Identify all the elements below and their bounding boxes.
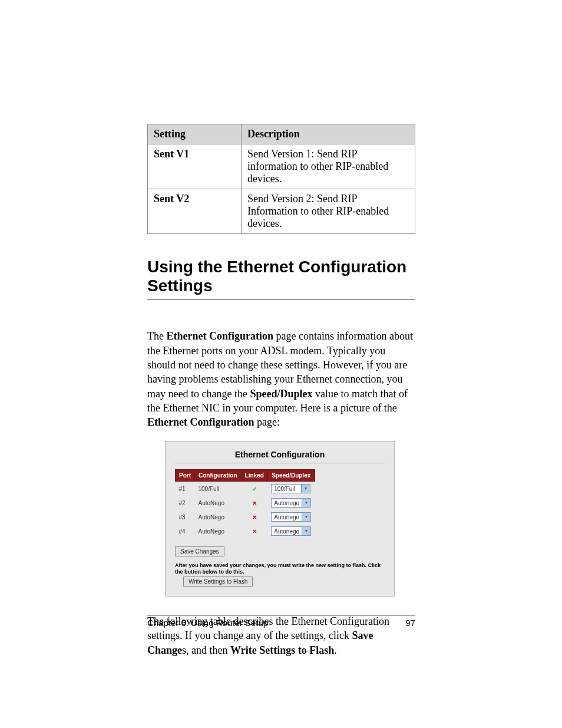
cross-icon: ✕ — [252, 528, 257, 535]
port-id: #4 — [176, 524, 195, 538]
chapter-label: Chapter 6: Using Router Setup — [147, 618, 268, 628]
col-description: Description — [241, 124, 415, 144]
chevron-down-icon: ▾ — [302, 499, 310, 507]
port-row: #1 100/Full ✓ 100/Full ▾ — [176, 482, 315, 496]
settings-table: Setting Description Sent V1 Send Version… — [147, 124, 415, 234]
port-config: 100/Full — [195, 482, 242, 496]
cross-icon: ✕ — [252, 514, 257, 521]
port-id: #3 — [176, 510, 195, 524]
col-linked: Linked — [241, 470, 267, 482]
col-setting: Setting — [148, 124, 242, 144]
write-settings-button[interactable]: Write Settings to Flash — [183, 577, 253, 587]
setting-name: Sent V2 — [148, 189, 242, 234]
chevron-down-icon: ▾ — [301, 485, 310, 493]
table-row: Sent V2 Send Version 2: Send RIP Informa… — [148, 189, 415, 234]
save-changes-button[interactable]: Save Changes — [175, 546, 224, 556]
divider — [175, 463, 385, 463]
port-config: AutoNego — [195, 496, 242, 510]
flash-note: After you have saved your changes, you m… — [175, 562, 385, 575]
port-row: #4 AutoNego ✕ Autonego ▾ — [176, 524, 315, 538]
page-footer: Chapter 6: Using Router Setup 97 — [147, 615, 415, 628]
port-config: AutoNego — [195, 510, 242, 524]
port-id: #1 — [176, 482, 195, 496]
cross-icon: ✕ — [252, 500, 257, 506]
col-config: Configuration — [195, 470, 242, 482]
intro-paragraph: The Ethernet Configuration page contains… — [147, 329, 415, 429]
section-heading: Using the Ethernet Configuration Setting… — [147, 258, 415, 299]
port-config: AutoNego — [195, 524, 242, 538]
port-id: #2 — [176, 496, 195, 510]
col-speed: Speed/Duplex — [267, 470, 315, 482]
ethernet-config-screenshot: Ethernet Configuration Port Configuratio… — [165, 441, 395, 597]
col-port: Port — [176, 470, 195, 482]
chevron-down-icon: ▾ — [302, 527, 310, 535]
check-icon: ✓ — [252, 486, 257, 492]
table-row: Sent V1 Send Version 1: Send RIP informa… — [148, 144, 415, 189]
page-number: 97 — [405, 618, 415, 628]
panel-title: Ethernet Configuration — [175, 450, 385, 459]
port-row: #3 AutoNego ✕ Autonego ▾ — [176, 510, 315, 524]
port-row: #2 AutoNego ✕ Autonego ▾ — [176, 496, 315, 510]
setting-desc: Send Version 2: Send RIP Information to … — [241, 189, 415, 234]
ports-table: Port Configuration Linked Speed/Duplex #… — [175, 469, 315, 538]
setting-desc: Send Version 1: Send RIP information to … — [241, 144, 415, 189]
speed-dropdown[interactable]: Autonego ▾ — [271, 498, 311, 508]
setting-name: Sent V1 — [148, 144, 242, 189]
speed-dropdown[interactable]: Autonego ▾ — [271, 526, 311, 536]
speed-dropdown[interactable]: Autonego ▾ — [271, 512, 311, 522]
chevron-down-icon: ▾ — [302, 513, 310, 521]
speed-dropdown[interactable]: 100/Full ▾ — [271, 484, 310, 493]
